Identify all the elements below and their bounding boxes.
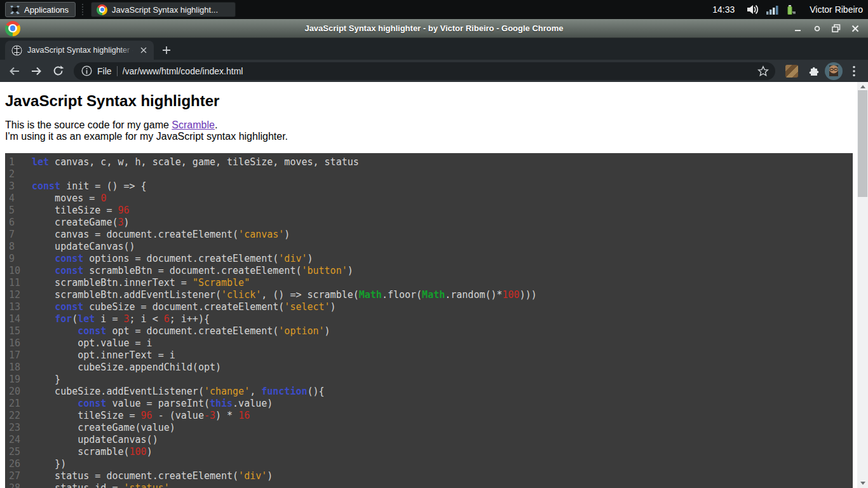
line-number: 3 [5, 180, 32, 193]
code-line: 14 for(let i = 3; i < 6; i++){ [5, 313, 853, 325]
omnibox-separator [117, 66, 118, 76]
volume-icon[interactable] [746, 4, 760, 15]
code-line: 20 cubeSize.addEventListener('change', f… [5, 386, 853, 398]
code-block: 1let canvas, c, w, h, scale, game, tileS… [5, 153, 853, 488]
code-line: 19 } [5, 374, 853, 386]
page-title: JavaScript Syntax highlighter [5, 92, 857, 110]
line-number: 26 [5, 458, 32, 470]
shade-button[interactable] [812, 24, 822, 34]
browser-toolbar: File /var/www/html/code/index.html [0, 60, 868, 82]
line-number: 17 [5, 349, 32, 362]
window-title: JavaScript Syntax highlighter - by Victo… [0, 24, 868, 33]
reload-button[interactable] [48, 62, 67, 81]
page-viewport: JavaScript Syntax highlighter This is th… [0, 82, 868, 488]
new-tab-button[interactable] [158, 41, 175, 59]
line-number: 24 [5, 434, 32, 446]
scramble-link[interactable]: Scramble [172, 119, 215, 130]
code-line: 17 opt.innerText = i [5, 349, 853, 362]
scrollbar-down-arrow[interactable] [857, 478, 868, 488]
taskbar-window-label: JavaScript Syntax highlight... [112, 5, 218, 15]
line-number: 18 [5, 362, 32, 374]
line-number: 28 [5, 482, 32, 488]
code-line: 12 scrambleBtn.addEventListener('click',… [5, 289, 853, 301]
code-line: 9 const options = document.createElement… [5, 253, 853, 265]
code-line: 25 scramble(100) [5, 446, 853, 458]
tab-favicon-globe-icon [11, 45, 22, 56]
code-line: 15 const opt = document.createElement('o… [5, 325, 853, 337]
line-number: 6 [5, 217, 32, 229]
code-line: 22 tileSize = 96 - (value-3) * 16 [5, 410, 853, 422]
page-scrollbar [857, 82, 868, 488]
menu-dots-icon[interactable] [845, 62, 863, 80]
username-label[interactable]: Victor Ribeiro [810, 4, 863, 15]
screen: Applications JavaScript Syntax highlight… [0, 0, 868, 488]
taskbar-window-button[interactable]: JavaScript Syntax highlight... [91, 2, 236, 17]
back-button[interactable] [5, 62, 24, 81]
code-line: 18 cubeSize.appendChild(opt) [5, 362, 853, 374]
tab-close-icon[interactable] [139, 45, 149, 55]
tab-strip: JavaScript Syntax highlighter - [0, 38, 868, 60]
code-line: 16 opt.value = i [5, 337, 853, 349]
tab-title: JavaScript Syntax highlighter - [27, 46, 133, 55]
window-chrome-icon[interactable] [5, 21, 20, 36]
applications-label: Applications [24, 5, 69, 15]
minimize-button[interactable] [793, 24, 803, 34]
maximize-button[interactable] [831, 24, 841, 34]
url-scheme-label: File [97, 66, 112, 76]
line-number: 14 [5, 313, 32, 325]
line-number: 9 [5, 253, 32, 265]
code-line: 11 scrambleBtn.innerText = "Scramble" [5, 277, 853, 289]
network-signal-icon[interactable] [766, 4, 779, 15]
intro-paragraph: This is the source code for my game Scra… [5, 119, 857, 142]
line-number: 8 [5, 241, 32, 253]
address-bar[interactable]: File /var/www/html/code/index.html [74, 62, 775, 80]
url-path: /var/www/html/code/index.html [123, 66, 243, 76]
line-number: 23 [5, 422, 32, 434]
code-line: 7 canvas = document.createElement('canva… [5, 229, 853, 241]
window-controls [793, 24, 863, 34]
code-line: 21 const value = parseInt(this.value) [5, 398, 853, 410]
tab-javascript-syntax-highlighter[interactable]: JavaScript Syntax highlighter - [5, 41, 154, 60]
line-number: 19 [5, 374, 32, 386]
scrollbar-thumb[interactable] [858, 90, 867, 197]
intro-text-2: . [215, 119, 217, 130]
extension-thumbnail-icon[interactable] [785, 65, 798, 78]
code-line: 13 const cubeSize = document.createEleme… [5, 301, 853, 313]
code-line: 6 createGame(3) [5, 217, 853, 229]
line-number: 25 [5, 446, 32, 458]
code-line: 26 }) [5, 458, 853, 470]
line-number: 12 [5, 289, 32, 301]
close-window-button[interactable] [850, 24, 860, 34]
line-number: 21 [5, 398, 32, 410]
taskbar-separator [82, 4, 85, 15]
code-line: 5 tileSize = 96 [5, 205, 853, 217]
extensions-puzzle-icon[interactable] [804, 62, 822, 80]
code-line: 4 moves = 0 [5, 193, 853, 205]
code-line: 23 createGame(value) [5, 422, 853, 434]
line-number: 11 [5, 277, 32, 289]
line-number: 22 [5, 410, 32, 422]
code-line: 28 status.id = 'status' [5, 482, 853, 488]
line-number: 7 [5, 229, 32, 241]
line-number: 4 [5, 193, 32, 205]
applications-menu-button[interactable]: Applications [5, 2, 76, 17]
code-line: 1let canvas, c, w, h, scale, game, tileS… [5, 156, 853, 168]
code-line: 24 updateCanvas() [5, 434, 853, 446]
code-line: 3const init = () => { [5, 180, 853, 193]
line-number: 5 [5, 205, 32, 217]
battery-icon[interactable] [785, 3, 798, 16]
line-number: 16 [5, 337, 32, 349]
system-tray [746, 3, 798, 16]
code-line: 8 updateCanvas() [5, 241, 853, 253]
forward-button[interactable] [27, 62, 46, 81]
line-number: 20 [5, 386, 32, 398]
line-number: 10 [5, 265, 32, 277]
page-info-icon[interactable] [81, 65, 92, 76]
profile-avatar[interactable] [825, 62, 843, 80]
intro-text-1: This is the source code for my game [5, 119, 172, 130]
code-line: 2 [5, 168, 853, 180]
bookmark-star-icon[interactable] [757, 65, 769, 77]
line-number: 15 [5, 325, 32, 337]
line-number: 27 [5, 470, 32, 482]
intro-text-3: I'm using it as an example for my JavaSc… [5, 131, 288, 142]
